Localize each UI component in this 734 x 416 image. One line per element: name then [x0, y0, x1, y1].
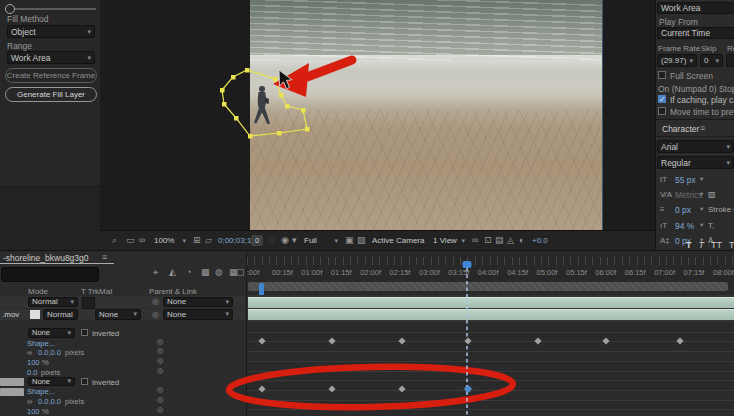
- ruler-icon[interactable]: ▤: [495, 236, 504, 245]
- transparency-grid-icon[interactable]: ▨: [357, 236, 366, 245]
- faux-style-3[interactable]: Tr: [729, 240, 734, 250]
- resolution-select[interactable]: Full▾: [301, 234, 341, 247]
- kerning-secondary[interactable]: ▨: [708, 190, 716, 199]
- fill-method-select[interactable]: Object ▾: [7, 25, 95, 38]
- layer1-pick-whip-icon[interactable]: ◎: [152, 298, 159, 306]
- composition-tab[interactable]: -shoreline_bkwu8g3g0: [3, 253, 89, 263]
- view-layout-select[interactable]: 1 View▾: [430, 234, 468, 247]
- stroke-width-value[interactable]: 0 px: [675, 205, 691, 215]
- resolution-select-clipped[interactable]: [726, 54, 734, 67]
- adjust-exposure-icon[interactable]: ◐: [519, 236, 524, 245]
- layer1-parent-select[interactable]: None ▾: [163, 297, 233, 308]
- show-snapshot-icon[interactable]: ◌: [269, 236, 274, 245]
- mask-1-opacity-value[interactable]: 100: [27, 358, 40, 367]
- mask-1-expansion-value[interactable]: 0.0: [27, 368, 37, 377]
- alpha-slider-track[interactable]: [14, 8, 96, 10]
- layer2-label-chip[interactable]: [30, 310, 40, 319]
- faux-style-2[interactable]: TT: [711, 240, 722, 250]
- chevron-down-icon[interactable]: ▾: [700, 190, 703, 198]
- layer-bar-1[interactable]: [248, 297, 734, 308]
- layer2-pick-whip-icon[interactable]: ◎: [152, 311, 159, 319]
- frame-rate-select[interactable]: (29.97) ▾: [657, 54, 697, 67]
- full-screen-checkbox[interactable]: [658, 71, 666, 79]
- tab-menu-icon[interactable]: ≡: [102, 253, 107, 262]
- mask-2-path-value[interactable]: Shape...: [27, 387, 55, 396]
- motion-blur-icon[interactable]: ◍: [215, 268, 223, 277]
- region-of-interest-icon[interactable]: ▣: [345, 236, 354, 245]
- skip-select[interactable]: 0 ▾: [700, 54, 723, 67]
- layer2-blend-mode-select[interactable]: Normal: [43, 309, 78, 320]
- faux-style-0[interactable]: T: [686, 240, 692, 250]
- range-select[interactable]: Work Area ▾: [7, 51, 95, 64]
- mask-2-opacity-value[interactable]: 100: [27, 407, 40, 416]
- font-style-select[interactable]: Regular ▾: [657, 156, 734, 169]
- mask-2-feather-link-icon[interactable]: ∞: [27, 397, 32, 406]
- comp-marker-bin-icon[interactable]: ▢: [236, 268, 245, 277]
- shy-layers-icon[interactable]: ◔: [186, 268, 191, 277]
- frame-blending-icon[interactable]: ▩: [201, 268, 210, 277]
- grid-guides-icon[interactable]: ⊞: [193, 236, 201, 245]
- panel-menu-icon[interactable]: ≡: [700, 124, 705, 133]
- play-cached-checkbox[interactable]: ✓: [658, 95, 666, 103]
- font-size-value[interactable]: 55 px: [675, 175, 696, 185]
- chevron-down-icon[interactable]: ▾: [700, 175, 703, 183]
- chevron-down-icon[interactable]: ▾: [700, 221, 703, 229]
- layer-switch-chip[interactable]: [0, 378, 24, 386]
- layer2-name[interactable]: .mov: [2, 310, 19, 319]
- mask-1-mode-select[interactable]: None▾: [28, 328, 75, 338]
- mask-2-inverted-checkbox[interactable]: [81, 378, 88, 385]
- channel-chevron-icon[interactable]: ▾: [292, 236, 297, 245]
- stroke-width-secondary[interactable]: Stroke O: [708, 205, 734, 214]
- vertical-scale-value[interactable]: 94 %: [675, 221, 694, 231]
- mask-1-pick-whip-icon[interactable]: ◎: [157, 347, 164, 355]
- magnification-select[interactable]: 100%▾: [151, 234, 189, 247]
- time-ruler[interactable]: :00f00:15f01:00f01:15f02:00f02:15f03:00f…: [247, 253, 734, 281]
- generate-fill-layer-button[interactable]: Generate Fill Layer: [5, 87, 97, 102]
- layer1-trkmat-box[interactable]: [82, 297, 95, 309]
- mask-2-mode-select[interactable]: None▾: [28, 377, 75, 387]
- parent-link-column-header[interactable]: Parent & Link: [149, 287, 197, 296]
- camera-view-select[interactable]: Active Camera▾: [369, 234, 427, 247]
- layer2-parent-select[interactable]: None ▾: [163, 309, 233, 320]
- magnification-tool-icon[interactable]: ⌕: [112, 236, 117, 245]
- mode-column-header[interactable]: Mode: [28, 287, 48, 296]
- layer1-blend-mode-select[interactable]: Normal ▾: [28, 297, 78, 308]
- alpha-slider-knob[interactable]: [5, 4, 15, 14]
- chevron-down-icon[interactable]: ▾: [700, 205, 703, 213]
- mask-1-pick-whip-icon[interactable]: ◎: [157, 338, 164, 346]
- mask-1-path-value[interactable]: Shape...: [27, 339, 55, 348]
- faux-style-1[interactable]: T: [699, 240, 705, 250]
- layer-bar-2[interactable]: [248, 309, 734, 320]
- create-reference-frame-button[interactable]: Create Reference Frame: [5, 68, 97, 83]
- mask-1-inverted-checkbox[interactable]: [81, 329, 88, 336]
- font-family-select[interactable]: Arial ▾: [657, 140, 734, 153]
- mask-2-feather-value[interactable]: 0.0,0.0: [38, 397, 61, 406]
- goggles-icon[interactable]: ∞: [139, 236, 145, 245]
- preview-range-select[interactable]: Work Area: [657, 2, 734, 14]
- vertical-scale-secondary[interactable]: T,: [708, 221, 714, 230]
- mini-flowchart-icon[interactable]: ⌖: [153, 268, 158, 277]
- mask-visibility-icon[interactable]: ▱: [205, 236, 212, 245]
- channel-icon[interactable]: ◉: [281, 236, 289, 245]
- pixel-aspect-icon[interactable]: ⊡: [484, 236, 492, 245]
- layer2-trkmat-select[interactable]: None ▾: [95, 309, 141, 320]
- snapshot-camera-badge[interactable]: 0: [251, 235, 263, 246]
- work-area-bar[interactable]: [248, 282, 728, 291]
- timeline-search-input[interactable]: [1, 267, 99, 282]
- composition-video-frame[interactable]: [250, 0, 603, 230]
- move-time-checkbox[interactable]: [658, 107, 666, 115]
- kerning-value[interactable]: Metrics: [675, 190, 702, 200]
- draft-3d-icon[interactable]: ◭: [169, 268, 176, 277]
- monitor-icon[interactable]: ▭: [126, 236, 135, 245]
- trkmat-column-header[interactable]: T TrkMat: [81, 287, 112, 296]
- flowchart-icon[interactable]: ◬: [507, 236, 514, 245]
- mask-1-pick-whip-icon[interactable]: ◎: [157, 367, 164, 375]
- mask-1-pick-whip-icon[interactable]: ◎: [157, 357, 164, 365]
- mask-2-pick-whip-icon[interactable]: ◎: [157, 386, 164, 394]
- play-from-select[interactable]: Current Time: [657, 27, 734, 39]
- layer-switch-chip[interactable]: [0, 388, 24, 396]
- mask-1-feather-value[interactable]: 0.0,0.0: [38, 348, 61, 357]
- mask-1-feather-link-icon[interactable]: ∞: [27, 348, 32, 357]
- goggles-2-icon[interactable]: ∞: [472, 236, 478, 245]
- mask-2-pick-whip-icon[interactable]: ◎: [157, 406, 164, 414]
